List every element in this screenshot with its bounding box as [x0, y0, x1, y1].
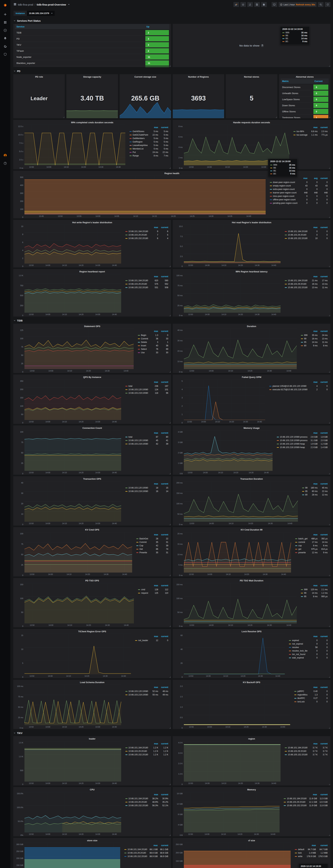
- grafana-logo-icon[interactable]: [0, 0, 10, 10]
- legend-col-header[interactable]: avg: [308, 177, 318, 181]
- legend-item[interactable]: 10.66.103.29:20180: [125, 750, 148, 752]
- legend-col-header[interactable]: current: [159, 275, 169, 279]
- panel-resize-handle[interactable]: [169, 835, 171, 836]
- panel-resize-handle[interactable]: [329, 371, 330, 373]
- legend-item[interactable]: 10.66.105.152:20180: [125, 804, 148, 807]
- legend-col-header[interactable]: current: [159, 226, 169, 230]
- legend-item[interactable]: 999: [301, 588, 307, 591]
- legend-item[interactable]: 99: [302, 487, 307, 489]
- legend-item[interactable]: 10.66.105.152:20180: [285, 753, 307, 756]
- panel-resize-handle[interactable]: [329, 266, 330, 267]
- legend-col-header[interactable]: current: [159, 330, 169, 334]
- legend-item[interactable]: GetGCSafePoint: [130, 134, 148, 136]
- legend-item[interactable]: resolve_lock_lite: [289, 650, 307, 652]
- legend-item[interactable]: 10.66.101.164:20180: [285, 230, 307, 232]
- legend-item[interactable]: learner-peer-region-count: [270, 191, 297, 194]
- legend-col-header[interactable]: max: [308, 482, 318, 486]
- graph-plot-svg[interactable]: [184, 583, 297, 623]
- legend-item[interactable]: get: [295, 548, 307, 550]
- time-range-picker[interactable]: Last 1 hour Refresh every 30s: [278, 2, 317, 7]
- legend-item[interactable]: cop: [295, 545, 307, 547]
- graph-plot-svg[interactable]: [184, 481, 298, 522]
- legend-col-header[interactable]: max: [308, 584, 318, 588]
- graph-plot[interactable]: [184, 532, 291, 572]
- panel-title[interactable]: KV Cmd Duration 99: [173, 527, 330, 531]
- legend-item[interactable]: Commit: [138, 338, 148, 340]
- graph-plot[interactable]: [184, 583, 297, 623]
- panel-title[interactable]: Transaction Duration: [173, 476, 330, 480]
- graph-plot-svg[interactable]: [184, 379, 265, 420]
- legend-item[interactable]: 10.66.103.219:10080: [125, 490, 148, 493]
- legend-col-header[interactable]: max: [308, 226, 318, 230]
- server-admin-icon[interactable]: [0, 50, 10, 58]
- table-col-header[interactable]: Metric: [281, 79, 313, 84]
- legend-item[interactable]: executor:8175@10.66.103.219:10080: [269, 389, 307, 391]
- legend-item[interactable]: 10.66.105.152:20180: [125, 237, 148, 240]
- legend-item[interactable]: GetRegion: [130, 141, 148, 143]
- legend-col-header[interactable]: current: [317, 844, 328, 848]
- breadcrumb-folder[interactable]: tidb-fina-prod: [18, 3, 33, 6]
- graph-plot-svg[interactable]: [25, 125, 125, 165]
- table-col-header[interactable]: Up: [145, 24, 169, 30]
- graph-plot-svg[interactable]: [25, 634, 131, 674]
- graph-plot[interactable]: [25, 532, 132, 572]
- graph-plot[interactable]: [25, 583, 134, 623]
- legend-col-header[interactable]: current: [318, 330, 328, 334]
- panel-title[interactable]: Load Schema Duration: [13, 680, 171, 684]
- legend-item[interactable]: 10.66.101.164:20180: [125, 797, 148, 800]
- panel-title[interactable]: Region heartbeat report: [13, 269, 171, 273]
- graph-plot-svg[interactable]: [184, 792, 279, 832]
- panel-title[interactable]: leader: [13, 736, 171, 740]
- legend-item[interactable]: 10.66.101.164:20180: [285, 279, 307, 282]
- panel-title[interactable]: Storage capacity: [66, 74, 118, 79]
- legend-item[interactable]: 999: [301, 334, 307, 336]
- graph-plot[interactable]: [184, 274, 280, 313]
- legend-item[interactable]: txnLock: [294, 701, 307, 703]
- legend-item[interactable]: batch_get: [295, 537, 307, 540]
- legend-col-header[interactable]: current: [159, 793, 169, 797]
- legend-item[interactable]: MemberList: [130, 148, 148, 150]
- table-col-header[interactable]: Service: [15, 24, 145, 30]
- legend-item[interactable]: 10.66.103.120:10080: [125, 487, 148, 489]
- graph-plot[interactable]: [25, 792, 121, 832]
- legend-item[interactable]: planner:1054@10.66.103.120:10080: [269, 385, 307, 387]
- legend-item[interactable]: write: [295, 855, 304, 858]
- legend-item[interactable]: 10.66.105.152:20180: [125, 753, 148, 756]
- legend-col-header[interactable]: max: [308, 380, 318, 384]
- panel-title[interactable]: KV Cmd OPS: [13, 527, 171, 531]
- panel-title[interactable]: Abnormal stores: [279, 74, 330, 79]
- panel-resize-handle[interactable]: [329, 524, 330, 525]
- graph-plot-svg[interactable]: [25, 843, 120, 868]
- panel-resize-handle[interactable]: [169, 167, 171, 169]
- panel-title[interactable]: PD role: [13, 74, 65, 79]
- legend-col-header[interactable]: current: [159, 533, 169, 537]
- legend-item[interactable]: GetMembers: [130, 137, 148, 140]
- graph-plot-svg[interactable]: [184, 532, 291, 572]
- legend-item[interactable]: Cop: [136, 545, 148, 547]
- panel-title[interactable]: CPU: [13, 787, 171, 791]
- graph-plot-svg[interactable]: [184, 685, 290, 725]
- legend-item[interactable]: Get: [136, 548, 148, 550]
- panel-title[interactable]: store size: [13, 838, 171, 842]
- panel-resize-handle[interactable]: [276, 117, 277, 118]
- panel-title[interactable]: 99% Region heartbeat latency: [173, 269, 330, 273]
- panel-title[interactable]: Lock Resolve OPS: [173, 629, 330, 633]
- legend-item[interactable]: 10.66.101.164:20180: [285, 746, 307, 749]
- user-avatar[interactable]: [0, 151, 10, 159]
- panel-title[interactable]: Hot write Region's leader distribution: [13, 220, 171, 224]
- dashboards-icon[interactable]: [0, 19, 10, 26]
- section-header[interactable]: TiKV: [13, 731, 331, 736]
- legend-item[interactable]: 10.66.103.29:20180: [125, 801, 148, 803]
- legend-item[interactable]: Insert: [138, 344, 148, 347]
- graph-plot-svg[interactable]: [184, 329, 297, 369]
- legend-col-header[interactable]: max: [308, 635, 318, 639]
- legend-item[interactable]: not_expired: [289, 643, 307, 645]
- legend-item[interactable]: 10.66.103.120:10080-process: [277, 436, 307, 438]
- legend-item[interactable]: 10.66.103.29:20180: [285, 750, 307, 752]
- legend-item[interactable]: empty-region-count: [270, 185, 297, 187]
- panel-resize-handle[interactable]: [329, 575, 330, 576]
- legend-item[interactable]: BatchGet: [136, 537, 148, 540]
- graph-plot-svg[interactable]: [184, 225, 280, 264]
- add-icon[interactable]: [0, 10, 10, 19]
- help-icon[interactable]: [0, 159, 10, 167]
